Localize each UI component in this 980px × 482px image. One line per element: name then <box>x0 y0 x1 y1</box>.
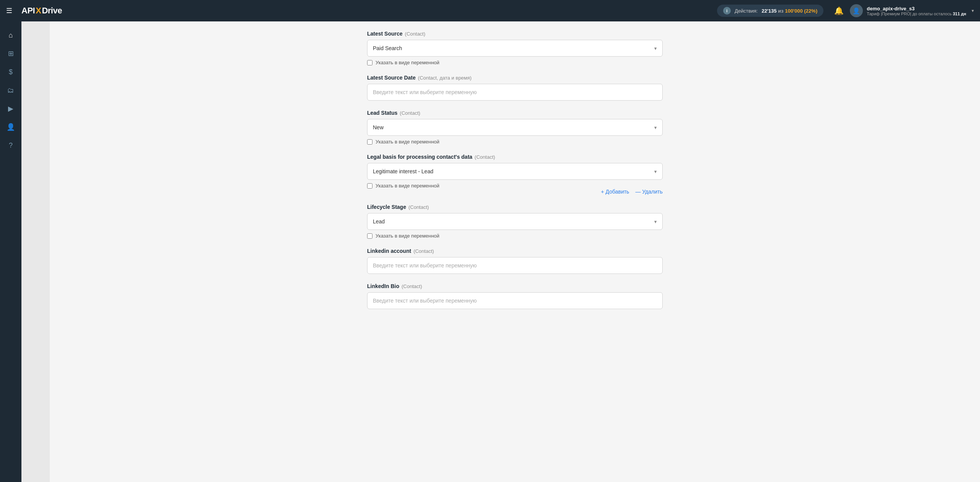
actions-label: Действия: <box>735 8 758 14</box>
sidebar: ⌂ ⊞ $ 🗂 ▶ 👤 ? <box>0 21 21 482</box>
count-value: 22'135 <box>761 8 776 14</box>
latest-source-date-input[interactable] <box>367 84 663 101</box>
latest-source-section: Latest Source (Contact) Paid Search ▾ Ук… <box>367 31 663 65</box>
navbar-right: 🔔 👤 demo_apix-drive_s3 Тариф |Премиум PR… <box>834 4 974 17</box>
count-percent: (22%) <box>804 8 818 14</box>
latest-source-date-label: Latest Source Date (Contact, дата и врем… <box>367 75 663 81</box>
panel-wrapper: Latest Source (Contact) Paid Search ▾ Ук… <box>358 21 672 334</box>
lifecycle-stage-section: Lifecycle Stage (Contact) Lead ▾ Указать… <box>367 204 663 239</box>
sidebar-item-play[interactable]: ▶ <box>3 101 18 116</box>
count-separator: из <box>778 8 783 14</box>
lifecycle-stage-checkbox[interactable] <box>367 233 372 239</box>
linkedin-bio-section: LinkedIn Bio (Contact) <box>367 283 663 309</box>
add-button[interactable]: + Добавить <box>601 189 629 195</box>
avatar: 👤 <box>850 4 863 17</box>
lifecycle-stage-checkbox-row: Указать в виде переменной <box>367 233 663 239</box>
app-body: ⌂ ⊞ $ 🗂 ▶ 👤 ? Latest Source (Contact) Pa… <box>0 21 980 482</box>
linkedin-account-section: Linkedin account (Contact) <box>367 248 663 274</box>
sidebar-item-folder[interactable]: 🗂 <box>3 83 18 98</box>
latest-source-date-section: Latest Source Date (Contact, дата и врем… <box>367 75 663 101</box>
lifecycle-stage-select[interactable]: Lead ▾ <box>367 213 663 230</box>
logo: APIXDrive <box>21 6 62 16</box>
logo-drive: Drive <box>42 6 62 16</box>
sidebar-item-user[interactable]: 👤 <box>3 119 18 135</box>
linkedin-bio-input[interactable] <box>367 292 663 309</box>
hamburger-icon[interactable]: ☰ <box>6 7 12 15</box>
user-plan: Тариф |Премиум PRO| до оплаты осталось 3… <box>867 11 966 16</box>
lead-status-checkbox-label[interactable]: Указать в виде переменной <box>376 139 439 145</box>
chevron-down-icon: ▾ <box>654 169 657 174</box>
logo-x: X <box>36 6 41 16</box>
lead-status-checkbox[interactable] <box>367 139 372 145</box>
logo-api: API <box>21 6 35 16</box>
linkedin-account-input[interactable] <box>367 257 663 274</box>
sidebar-item-help[interactable]: ? <box>3 138 18 153</box>
lifecycle-stage-label: Lifecycle Stage (Contact) <box>367 204 663 210</box>
legal-basis-label: Legal basis for processing contact's dat… <box>367 154 663 160</box>
left-panel-bg <box>21 21 50 482</box>
latest-source-checkbox[interactable] <box>367 60 372 65</box>
delete-button[interactable]: — Удалить <box>635 189 663 195</box>
lead-status-section: Lead Status (Contact) New ▾ Указать в ви… <box>367 110 663 145</box>
latest-source-select[interactable]: Paid Search ▾ <box>367 40 663 57</box>
actions-bar: i Действия: 22'135 из 100'000 (22%) <box>717 5 823 17</box>
lead-status-label: Lead Status (Contact) <box>367 110 663 116</box>
user-info: demo_apix-drive_s3 Тариф |Премиум PRO| д… <box>867 6 966 16</box>
sidebar-item-grid[interactable]: ⊞ <box>3 46 18 61</box>
bell-icon[interactable]: 🔔 <box>834 6 844 15</box>
user-name: demo_apix-drive_s3 <box>867 6 966 11</box>
latest-source-label: Latest Source (Contact) <box>367 31 663 37</box>
latest-source-checkbox-row: Указать в виде переменной <box>367 60 663 65</box>
lifecycle-stage-checkbox-label[interactable]: Указать в виде переменной <box>376 233 439 239</box>
navbar: ☰ APIXDrive i Действия: 22'135 из 100'00… <box>0 0 980 21</box>
lead-status-select[interactable]: New ▾ <box>367 119 663 136</box>
chevron-down-icon: ▾ <box>654 219 657 225</box>
chevron-down-icon: ▾ <box>654 46 657 51</box>
linkedin-bio-label: LinkedIn Bio (Contact) <box>367 283 663 289</box>
count-total: 100'000 <box>785 8 802 14</box>
legal-basis-checkbox-row: Указать в виде переменной <box>367 183 663 189</box>
legal-basis-checkbox-label[interactable]: Указать в виде переменной <box>376 183 439 189</box>
legal-basis-select[interactable]: Legitimate interest - Lead ▾ <box>367 163 663 180</box>
legal-basis-checkbox[interactable] <box>367 183 372 189</box>
lead-status-checkbox-row: Указать в виде переменной <box>367 139 663 145</box>
user-area[interactable]: 👤 demo_apix-drive_s3 Тариф |Премиум PRO|… <box>850 4 974 17</box>
legal-basis-section: Legal basis for processing contact's dat… <box>367 154 663 195</box>
chevron-down-icon: ▾ <box>654 125 657 130</box>
actions-count: 22'135 из 100'000 (22%) <box>761 8 817 14</box>
sidebar-item-billing[interactable]: $ <box>3 64 18 80</box>
chevron-down-icon: ▾ <box>972 8 974 13</box>
action-buttons-row: + Добавить — Удалить <box>367 189 663 195</box>
content-area: Latest Source (Contact) Paid Search ▾ Ук… <box>50 21 980 482</box>
latest-source-checkbox-label[interactable]: Указать в виде переменной <box>376 60 439 65</box>
linkedin-account-label: Linkedin account (Contact) <box>367 248 663 254</box>
info-icon[interactable]: i <box>723 7 731 15</box>
sidebar-item-home[interactable]: ⌂ <box>3 28 18 43</box>
